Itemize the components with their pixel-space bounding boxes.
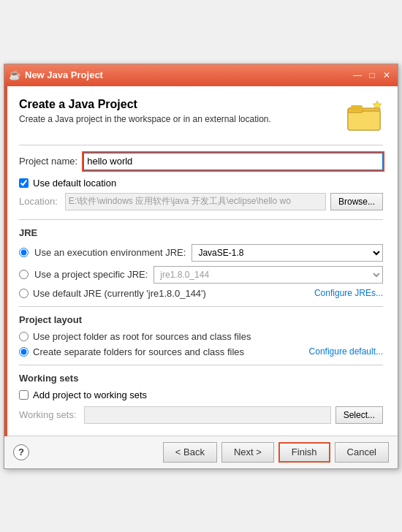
configure-jres-link[interactable]: Configure JREs... [314, 288, 383, 298]
specific-jre-dropdown[interactable]: jre1.8.0_144 [153, 266, 383, 284]
maximize-button[interactable]: □ [365, 69, 379, 82]
location-row: Location: Browse... [19, 193, 383, 210]
add-to-working-sets-row: Add project to working sets [19, 390, 383, 400]
layout-option1-label[interactable]: Use project folder as root for sources a… [33, 331, 251, 342]
layout-option2-row: Create separate folders for sources and … [19, 346, 383, 357]
working-sets-separator [19, 365, 383, 365]
working-sets-label: Working sets: [19, 409, 77, 420]
use-default-location-row: Use default location [19, 178, 383, 189]
use-default-location-checkbox[interactable] [19, 178, 29, 188]
dialog-header: Create a Java Project Create a Java proj… [19, 98, 383, 133]
dialog-icon [346, 98, 383, 133]
use-default-location-label[interactable]: Use default location [33, 178, 116, 189]
header-separator [19, 145, 383, 145]
svg-marker-4 [373, 101, 382, 109]
jre-section-label: JRE [19, 227, 383, 238]
layout-option1-row: Use project folder as root for sources a… [19, 331, 383, 342]
project-name-input[interactable] [83, 153, 383, 170]
svg-rect-3 [351, 105, 363, 111]
jre-dropdown[interactable]: JavaSE-1.8 JavaSE-11 JavaSE-17 [191, 244, 383, 262]
configure-default-link[interactable]: Configure default... [309, 346, 383, 357]
location-label: Location: [19, 196, 58, 207]
help-button[interactable]: ? [13, 444, 29, 460]
jre-option3-radio[interactable] [19, 289, 29, 298]
window-title: New Java Project [25, 69, 346, 80]
finish-button[interactable]: Finish [278, 442, 330, 463]
browse-button[interactable]: Browse... [330, 193, 383, 210]
bottom-bar: ? < Back Next > Finish Cancel [4, 436, 398, 468]
select-button[interactable]: Select... [335, 406, 383, 424]
jre-option2-radio[interactable] [19, 270, 29, 279]
project-name-label: Project name: [19, 156, 77, 167]
window-icon: ☕ [9, 69, 20, 81]
jre-option2-row: Use a project specific JRE: jre1.8.0_144 [19, 266, 383, 284]
layout-option2-radio[interactable] [19, 347, 29, 357]
layout-option2-label[interactable]: Create separate folders for sources and … [33, 346, 244, 357]
jre-option2-label[interactable]: Use a project specific JRE: [34, 269, 148, 280]
help-area: ? [13, 444, 29, 460]
layout-separator [19, 306, 383, 307]
working-sets-row: Working sets: Select... [19, 406, 383, 424]
navigation-buttons: < Back Next > Finish Cancel [163, 442, 389, 463]
dialog-title: Create a Java Project [19, 98, 271, 111]
jre-option1-row: Use an execution environment JRE: JavaSE… [19, 244, 383, 262]
location-input[interactable] [65, 193, 326, 210]
title-bar: ☕ New Java Project — □ ✕ [4, 64, 398, 86]
dialog-subtitle: Create a Java project in the workspace o… [19, 114, 271, 124]
jre-option1-radio[interactable] [19, 248, 29, 257]
add-to-working-sets-checkbox[interactable] [19, 390, 29, 400]
project-layout-section-label: Project layout [19, 314, 383, 325]
project-name-row: Project name: [19, 153, 383, 170]
add-to-working-sets-label[interactable]: Add project to working sets [33, 390, 147, 400]
jre-option1-label[interactable]: Use an execution environment JRE: [34, 247, 186, 258]
side-accent [4, 86, 7, 436]
svg-rect-1 [348, 111, 380, 130]
cancel-button[interactable]: Cancel [335, 442, 389, 463]
window-controls: — □ ✕ [351, 69, 393, 82]
jre-option3-label[interactable]: Use default JRE (currently 'jre1.8.0_144… [33, 288, 206, 299]
working-sets-input[interactable] [84, 406, 331, 424]
minimize-button[interactable]: — [351, 69, 364, 82]
next-button[interactable]: Next > [221, 442, 274, 463]
jre-option3-row: Use default JRE (currently 'jre1.8.0_144… [19, 288, 383, 299]
back-button[interactable]: < Back [163, 442, 217, 463]
jre-separator [19, 219, 383, 220]
layout-option1-radio[interactable] [19, 332, 29, 341]
close-button[interactable]: ✕ [380, 69, 393, 82]
working-sets-section-label: Working sets [19, 373, 383, 384]
